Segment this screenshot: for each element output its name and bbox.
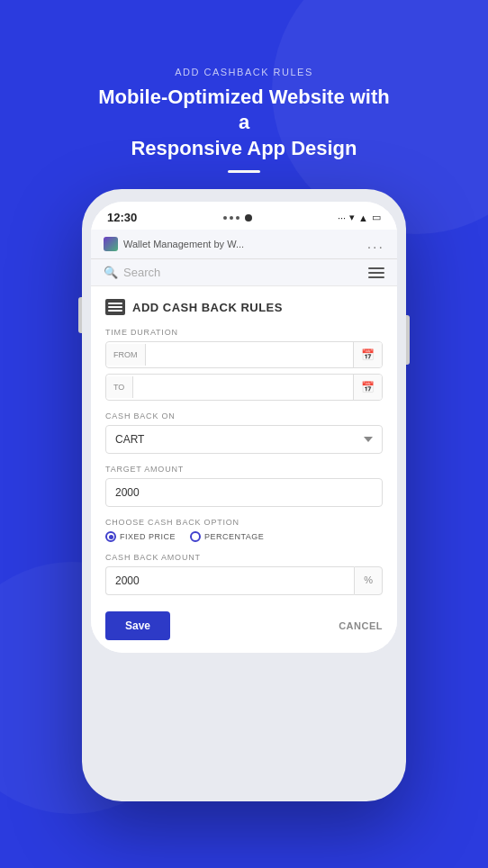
to-date-field: TO 📅 (105, 374, 383, 401)
icon-line-1 (108, 303, 122, 304)
radio-group: FIXED PRICE PERCENTAGE (105, 531, 383, 542)
status-icons: ··· ▾ ▲ ▭ (338, 212, 381, 223)
cash-back-amount-section: CASH BACK AMOUNT % (105, 553, 383, 595)
browser-more-button[interactable]: ... (367, 236, 384, 252)
browser-bar: Wallet Management by W... ... (91, 230, 397, 259)
fixed-price-option[interactable]: FIXED PRICE (105, 531, 176, 542)
hamburger-line-3 (368, 276, 384, 278)
from-date-field: FROM 📅 (105, 341, 383, 368)
to-date-input[interactable] (133, 375, 353, 399)
time-duration-label: TIME DURATION (105, 328, 383, 337)
cash-back-on-section: CASH BACK ON CART PRODUCT CATEGORY (105, 411, 383, 454)
cashback-amount-row: % (105, 566, 383, 595)
date-row: FROM 📅 TO 📅 (105, 341, 383, 401)
hamburger-line-1 (368, 267, 384, 269)
cash-back-amount-label: CASH BACK AMOUNT (105, 553, 383, 562)
fixed-price-label: FIXED PRICE (120, 532, 176, 541)
main-content: ADD CASH BACK RULES TIME DURATION FROM 📅… (91, 286, 397, 653)
percentage-label: PERCENTAGE (204, 532, 264, 541)
fixed-price-radio[interactable] (105, 531, 116, 542)
browser-tab[interactable]: Wallet Management by W... (104, 237, 244, 251)
icon-line-2 (108, 306, 122, 308)
to-calendar-icon[interactable]: 📅 (353, 375, 382, 400)
status-bar: 12:30 ··· ▾ ▲ ▭ (91, 202, 397, 230)
wifi-icon: ▾ (349, 212, 355, 223)
front-camera (245, 214, 252, 222)
percentage-radio[interactable] (190, 531, 201, 542)
page-title: ADD CASH BACK RULES (132, 301, 283, 314)
notch-dots (223, 216, 239, 220)
hamburger-menu-button[interactable] (368, 267, 384, 278)
to-label: TO (106, 376, 133, 398)
browser-url: Wallet Management by W... (123, 239, 244, 249)
page-background-subtitle: ADD CASHBACK RULES (91, 67, 397, 77)
from-label: FROM (106, 344, 146, 366)
phone-screen: 12:30 ··· ▾ ▲ ▭ Wallet Management by W.. (91, 202, 397, 653)
more-icon: ··· (338, 212, 346, 223)
browser-favicon (104, 237, 118, 251)
signal-icon: ▲ (358, 212, 368, 223)
hamburger-line-2 (368, 272, 384, 274)
from-date-input[interactable] (146, 343, 354, 366)
notch-dot-1 (223, 216, 227, 220)
page-background-title: Mobile-Optimized Website with a Responsi… (91, 85, 397, 162)
target-amount-section: TARGET AMOUNT (105, 465, 383, 507)
icon-line-3 (108, 310, 122, 312)
battery-icon: ▭ (372, 212, 381, 223)
cancel-button[interactable]: CANCEL (339, 620, 383, 631)
target-amount-label: TARGET AMOUNT (105, 465, 383, 474)
header-divider (228, 170, 260, 173)
status-time: 12:30 (107, 211, 137, 224)
cash-back-on-select[interactable]: CART PRODUCT CATEGORY (105, 425, 383, 454)
target-amount-input[interactable] (105, 478, 383, 507)
page-header: ADD CASH BACK RULES (105, 299, 383, 315)
choose-cash-back-option-label: CHOOSE CASH BACK OPTION (105, 518, 383, 527)
from-calendar-icon[interactable]: 📅 (353, 342, 382, 367)
cash-back-unit: % (354, 566, 383, 595)
notch-area (223, 214, 252, 222)
phone-shell: 12:30 ··· ▾ ▲ ▭ Wallet Management by W.. (82, 189, 406, 801)
notch-dot-3 (236, 216, 239, 220)
cash-back-amount-input[interactable] (105, 566, 354, 595)
search-bar: 🔍 Search (91, 259, 397, 286)
form-actions: Save CANCEL (105, 611, 383, 640)
page-header-icon (105, 299, 125, 315)
search-icon: 🔍 (104, 266, 118, 279)
cash-back-on-label: CASH BACK ON (105, 411, 383, 420)
save-button[interactable]: Save (105, 611, 170, 640)
time-duration-section: TIME DURATION FROM 📅 TO 📅 (105, 328, 383, 401)
search-input-area[interactable]: 🔍 Search (104, 266, 368, 279)
cash-back-option-section: CHOOSE CASH BACK OPTION FIXED PRICE PERC… (105, 518, 383, 542)
notch-dot-2 (230, 216, 233, 220)
search-placeholder: Search (123, 266, 160, 279)
percentage-option[interactable]: PERCENTAGE (190, 531, 264, 542)
